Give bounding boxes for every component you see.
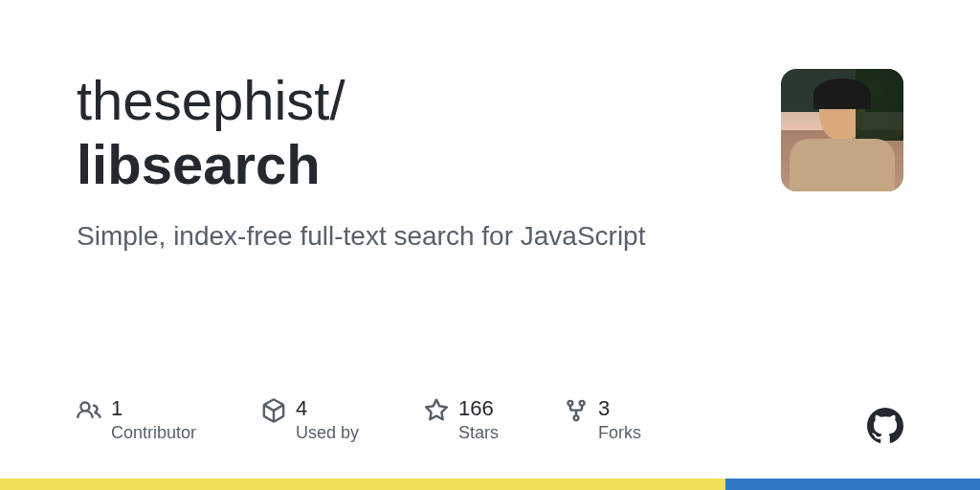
stat-stars[interactable]: 166 Stars (424, 396, 499, 444)
star-icon (424, 398, 449, 423)
stat-count: 166 (458, 396, 499, 421)
language-blue (725, 479, 980, 490)
stat-forks[interactable]: 3 Forks (564, 396, 641, 444)
stat-usedby[interactable]: 4 Used by (261, 396, 359, 444)
stat-label: Used by (296, 422, 359, 444)
stat-count: 3 (598, 396, 641, 421)
stat-label: Stars (458, 422, 499, 444)
repo-title: thesephist/ libsearch (77, 69, 743, 196)
repo-name[interactable]: libsearch (77, 133, 743, 197)
stat-count: 4 (296, 396, 359, 421)
repo-owner[interactable]: thesephist/ (77, 69, 345, 131)
fork-icon (564, 398, 589, 423)
stat-count: 1 (111, 396, 196, 421)
people-icon (77, 398, 101, 423)
language-yellow (0, 479, 725, 490)
avatar[interactable] (781, 69, 903, 191)
package-icon (261, 398, 286, 423)
stat-label: Contributor (111, 422, 196, 444)
stats-row: 1 Contributor 4 Used by 166 Stars 3 Fork… (77, 396, 641, 444)
repo-description: Simple, index-free full-text search for … (77, 217, 743, 255)
stat-contributors[interactable]: 1 Contributor (77, 396, 196, 444)
stat-label: Forks (598, 422, 641, 444)
language-bar (0, 479, 980, 490)
github-logo-icon[interactable] (867, 408, 903, 444)
